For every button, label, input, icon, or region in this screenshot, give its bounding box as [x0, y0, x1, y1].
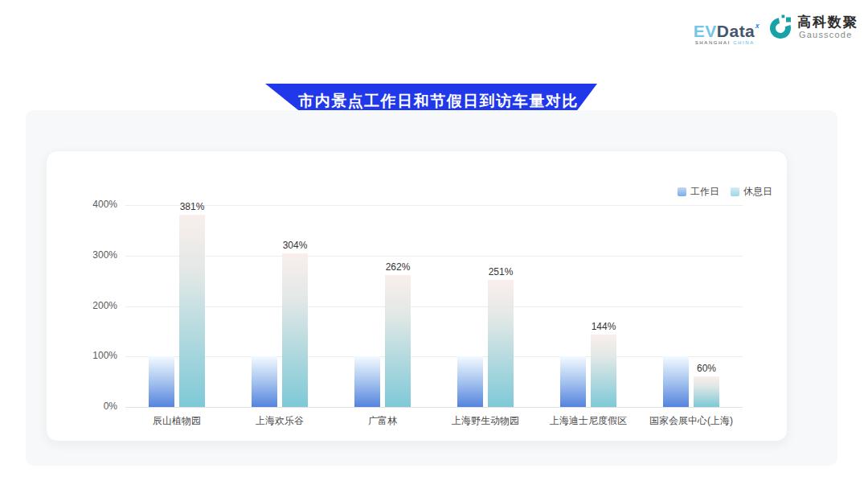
bar-workday[interactable]: [149, 356, 174, 407]
bar-value-label: 381%: [164, 201, 220, 212]
bar-restday[interactable]: [282, 253, 308, 407]
bar-restday[interactable]: [488, 280, 514, 407]
bar-restday[interactable]: [179, 215, 205, 407]
evdata-tagline-right: CHINA: [733, 40, 755, 45]
x-axis-label: 上海欢乐谷: [228, 414, 331, 428]
bar-value-label: 262%: [370, 261, 426, 273]
evdata-prefix: EV: [694, 22, 717, 40]
y-tick-label: 100%: [47, 350, 117, 361]
bar-value-label: 304%: [267, 240, 323, 251]
evdata-logo: EVDataˣ SHANGHAI CHINA: [694, 14, 760, 45]
x-axis-label: 辰山植物园: [125, 414, 228, 428]
x-axis-label: 上海野生动物园: [434, 414, 537, 428]
gausscode-en-name: Gausscode: [797, 30, 858, 39]
evdata-superscript-x: ˣ: [755, 21, 760, 33]
page: EVDataˣ SHANGHAI CHINA 高科数聚 Gausscode 市: [0, 0, 868, 489]
bar-workday[interactable]: [354, 356, 380, 407]
grid-line: [125, 256, 743, 257]
gausscode-texts: 高科数聚 Gausscode: [797, 14, 858, 39]
y-tick-label: 300%: [47, 249, 117, 261]
grid-line: [125, 306, 743, 307]
bar-value-label: 60%: [678, 363, 735, 374]
x-axis-label: 国家会展中心(上海): [640, 414, 743, 428]
grid-line: [125, 356, 743, 357]
evdata-wordmark: EVDataˣ: [694, 19, 760, 39]
header-logos: EVDataˣ SHANGHAI CHINA 高科数聚 Gausscode: [694, 14, 858, 45]
y-tick-label: 0%: [47, 401, 117, 412]
bar-value-label: 144%: [575, 321, 632, 332]
bar-restday[interactable]: [694, 376, 719, 407]
bar-chart-plot: 0%100%200%300%400%381%辰山植物园304%上海欢乐谷262%…: [47, 151, 787, 441]
chart-card: 工作日休息日 0%100%200%300%400%381%辰山植物园304%上海…: [46, 150, 788, 442]
y-tick-label: 400%: [47, 199, 117, 210]
page-title: 市内景点工作日和节假日到访车量对比: [284, 91, 579, 112]
x-axis-label: 上海迪士尼度假区: [537, 414, 640, 428]
gausscode-cn-name: 高科数聚: [797, 14, 858, 30]
evdata-tagline-left: SHANGHAI: [695, 40, 731, 45]
y-tick-label: 200%: [47, 300, 117, 311]
bar-value-label: 251%: [473, 266, 529, 277]
bar-restday[interactable]: [385, 275, 411, 407]
evdata-suffix: Data: [717, 22, 755, 40]
bar-workday[interactable]: [457, 356, 483, 407]
gausscode-logo: 高科数聚 Gausscode: [769, 14, 858, 43]
bar-restday[interactable]: [591, 335, 616, 407]
evdata-tagline: SHANGHAI CHINA: [694, 40, 760, 45]
content-panel: 工作日休息日 0%100%200%300%400%381%辰山植物园304%上海…: [26, 110, 837, 466]
gausscode-g-icon: [769, 14, 793, 43]
x-axis-line: [125, 407, 743, 408]
bar-workday[interactable]: [252, 356, 277, 407]
bar-workday[interactable]: [560, 356, 586, 407]
x-axis-label: 广富林: [331, 414, 434, 428]
